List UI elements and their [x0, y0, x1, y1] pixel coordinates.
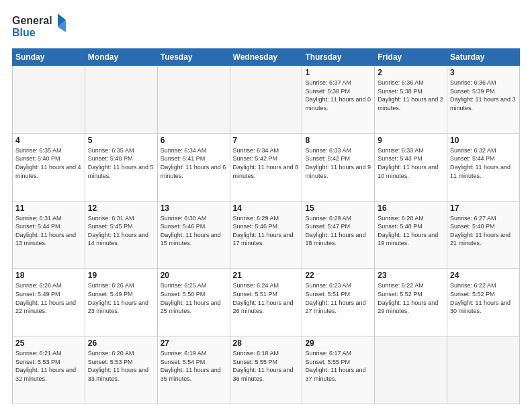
day-number: 26	[88, 338, 154, 348]
day-info: Sunrise: 6:17 AM Sunset: 5:55 PM Dayligh…	[305, 349, 371, 383]
day-number: 22	[305, 271, 371, 280]
calendar-cell	[157, 66, 230, 134]
calendar-cell: 19Sunrise: 6:26 AM Sunset: 5:49 PM Dayli…	[85, 269, 157, 336]
calendar-cell: 8Sunrise: 6:33 AM Sunset: 5:42 PM Daylig…	[302, 133, 375, 201]
day-info: Sunrise: 6:35 AM Sunset: 5:40 PM Dayligh…	[15, 146, 82, 180]
calendar-cell	[375, 336, 447, 404]
day-number: 5	[88, 136, 154, 145]
day-info: Sunrise: 6:35 AM Sunset: 5:40 PM Dayligh…	[88, 146, 154, 180]
day-number: 8	[305, 136, 371, 145]
calendar-cell: 9Sunrise: 6:33 AM Sunset: 5:43 PM Daylig…	[375, 133, 447, 201]
day-info: Sunrise: 6:18 AM Sunset: 5:55 PM Dayligh…	[233, 349, 300, 383]
day-header-saturday: Saturday	[447, 49, 520, 66]
day-number: 14	[233, 203, 300, 213]
calendar-cell: 2Sunrise: 6:36 AM Sunset: 5:38 PM Daylig…	[375, 66, 447, 134]
day-info: Sunrise: 6:31 AM Sunset: 5:45 PM Dayligh…	[88, 214, 154, 248]
calendar-cell: 29Sunrise: 6:17 AM Sunset: 5:55 PM Dayli…	[302, 336, 375, 404]
calendar-cell: 26Sunrise: 6:20 AM Sunset: 5:53 PM Dayli…	[85, 336, 157, 404]
day-header-sunday: Sunday	[13, 49, 85, 66]
calendar-cell	[85, 66, 157, 134]
day-number: 17	[450, 203, 517, 213]
calendar-cell	[13, 66, 85, 134]
day-info: Sunrise: 6:20 AM Sunset: 5:53 PM Dayligh…	[88, 349, 154, 383]
day-number: 15	[305, 203, 371, 213]
day-info: Sunrise: 6:22 AM Sunset: 5:52 PM Dayligh…	[378, 281, 444, 315]
day-info: Sunrise: 6:22 AM Sunset: 5:52 PM Dayligh…	[450, 281, 517, 315]
day-number: 16	[378, 203, 444, 213]
calendar-cell: 22Sunrise: 6:23 AM Sunset: 5:51 PM Dayli…	[302, 269, 375, 336]
day-number: 4	[15, 136, 82, 145]
day-info: Sunrise: 6:29 AM Sunset: 5:46 PM Dayligh…	[233, 214, 300, 248]
calendar-cell: 5Sunrise: 6:35 AM Sunset: 5:40 PM Daylig…	[85, 133, 157, 201]
calendar: SundayMondayTuesdayWednesdayThursdayFrid…	[12, 48, 520, 404]
calendar-cell: 7Sunrise: 6:34 AM Sunset: 5:42 PM Daylig…	[230, 133, 302, 201]
day-info: Sunrise: 6:24 AM Sunset: 5:51 PM Dayligh…	[233, 281, 300, 315]
calendar-cell: 10Sunrise: 6:32 AM Sunset: 5:44 PM Dayli…	[447, 133, 520, 201]
calendar-cell: 13Sunrise: 6:30 AM Sunset: 5:46 PM Dayli…	[157, 201, 230, 269]
day-info: Sunrise: 6:33 AM Sunset: 5:42 PM Dayligh…	[305, 146, 371, 180]
day-info: Sunrise: 6:34 AM Sunset: 5:42 PM Dayligh…	[233, 146, 300, 180]
day-info: Sunrise: 6:33 AM Sunset: 5:43 PM Dayligh…	[378, 146, 444, 180]
day-header-wednesday: Wednesday	[230, 49, 302, 66]
day-info: Sunrise: 6:28 AM Sunset: 5:48 PM Dayligh…	[378, 214, 444, 248]
day-info: Sunrise: 6:19 AM Sunset: 5:54 PM Dayligh…	[161, 349, 227, 383]
day-info: Sunrise: 6:25 AM Sunset: 5:50 PM Dayligh…	[161, 281, 227, 315]
calendar-cell: 21Sunrise: 6:24 AM Sunset: 5:51 PM Dayli…	[230, 269, 302, 336]
day-info: Sunrise: 6:36 AM Sunset: 5:39 PM Dayligh…	[450, 79, 517, 112]
day-header-tuesday: Tuesday	[157, 49, 230, 66]
day-info: Sunrise: 6:34 AM Sunset: 5:41 PM Dayligh…	[161, 146, 227, 180]
day-info: Sunrise: 6:37 AM Sunset: 5:38 PM Dayligh…	[305, 79, 371, 112]
calendar-cell: 14Sunrise: 6:29 AM Sunset: 5:46 PM Dayli…	[230, 201, 302, 269]
calendar-cell: 17Sunrise: 6:27 AM Sunset: 5:48 PM Dayli…	[447, 201, 520, 269]
calendar-cell: 11Sunrise: 6:31 AM Sunset: 5:44 PM Dayli…	[13, 201, 85, 269]
day-number: 20	[161, 271, 227, 280]
day-number: 1	[305, 68, 371, 77]
day-number: 25	[15, 338, 82, 348]
day-info: Sunrise: 6:30 AM Sunset: 5:46 PM Dayligh…	[161, 214, 227, 248]
calendar-cell: 28Sunrise: 6:18 AM Sunset: 5:55 PM Dayli…	[230, 336, 302, 404]
day-info: Sunrise: 6:36 AM Sunset: 5:38 PM Dayligh…	[378, 79, 444, 112]
calendar-cell: 24Sunrise: 6:22 AM Sunset: 5:52 PM Dayli…	[447, 269, 520, 336]
day-info: Sunrise: 6:26 AM Sunset: 5:49 PM Dayligh…	[88, 281, 154, 315]
calendar-cell: 6Sunrise: 6:34 AM Sunset: 5:41 PM Daylig…	[157, 133, 230, 201]
calendar-cell: 23Sunrise: 6:22 AM Sunset: 5:52 PM Dayli…	[375, 269, 447, 336]
day-header-monday: Monday	[85, 49, 157, 66]
day-info: Sunrise: 6:23 AM Sunset: 5:51 PM Dayligh…	[305, 281, 371, 315]
svg-text:Blue: Blue	[12, 27, 36, 38]
day-number: 10	[450, 136, 517, 145]
day-number: 27	[161, 338, 227, 348]
svg-text:General: General	[12, 15, 52, 26]
logo: GeneralBlue	[12, 12, 66, 42]
calendar-cell: 4Sunrise: 6:35 AM Sunset: 5:40 PM Daylig…	[13, 133, 85, 201]
day-number: 23	[378, 271, 444, 280]
calendar-cell: 1Sunrise: 6:37 AM Sunset: 5:38 PM Daylig…	[302, 66, 375, 134]
calendar-cell: 15Sunrise: 6:29 AM Sunset: 5:47 PM Dayli…	[302, 201, 375, 269]
calendar-cell: 3Sunrise: 6:36 AM Sunset: 5:39 PM Daylig…	[447, 66, 520, 134]
calendar-cell	[447, 336, 520, 404]
calendar-cell: 18Sunrise: 6:26 AM Sunset: 5:49 PM Dayli…	[13, 269, 85, 336]
day-info: Sunrise: 6:31 AM Sunset: 5:44 PM Dayligh…	[15, 214, 82, 248]
day-header-thursday: Thursday	[302, 49, 375, 66]
day-info: Sunrise: 6:21 AM Sunset: 5:53 PM Dayligh…	[15, 349, 82, 383]
day-info: Sunrise: 6:27 AM Sunset: 5:48 PM Dayligh…	[450, 214, 517, 248]
day-number: 6	[161, 136, 227, 145]
day-number: 12	[88, 203, 154, 213]
day-number: 24	[450, 271, 517, 280]
day-number: 19	[88, 271, 154, 280]
day-number: 3	[450, 68, 517, 77]
day-header-friday: Friday	[375, 49, 447, 66]
day-info: Sunrise: 6:32 AM Sunset: 5:44 PM Dayligh…	[450, 146, 517, 180]
day-number: 2	[378, 68, 444, 77]
day-number: 13	[161, 203, 227, 213]
calendar-cell: 25Sunrise: 6:21 AM Sunset: 5:53 PM Dayli…	[13, 336, 85, 404]
calendar-cell: 12Sunrise: 6:31 AM Sunset: 5:45 PM Dayli…	[85, 201, 157, 269]
day-number: 28	[233, 338, 300, 348]
day-number: 29	[305, 338, 371, 348]
day-info: Sunrise: 6:29 AM Sunset: 5:47 PM Dayligh…	[305, 214, 371, 248]
day-number: 18	[15, 271, 82, 280]
calendar-cell: 20Sunrise: 6:25 AM Sunset: 5:50 PM Dayli…	[157, 269, 230, 336]
day-number: 11	[15, 203, 82, 213]
day-number: 7	[233, 136, 300, 145]
logo-icon: GeneralBlue	[12, 12, 66, 42]
calendar-cell: 27Sunrise: 6:19 AM Sunset: 5:54 PM Dayli…	[157, 336, 230, 404]
